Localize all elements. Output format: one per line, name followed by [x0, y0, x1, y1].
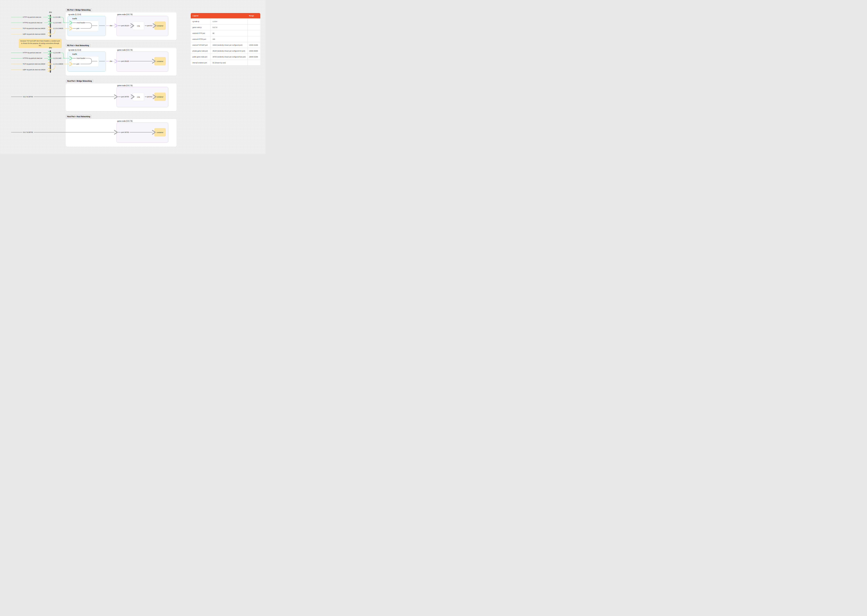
port-private-label-2: port 25120 — [121, 60, 129, 62]
legend-table: Legend Range rg node ip 1.2.3.4 game nod… — [191, 13, 260, 66]
dns-output-https-1: 1.2.3.4:443 — [53, 22, 61, 24]
note-box: because TCP and UDP don’t have headers, … — [19, 39, 61, 48]
row-value: 1.2.3.4 — [210, 19, 248, 24]
row-value: 81 (chosen by user) — [210, 60, 248, 66]
row-label: public game node port — [191, 56, 210, 58]
row-label: internal container port — [191, 62, 210, 64]
rg-node-label-2: rg node (1.2.3.4) — [69, 49, 81, 51]
dns-label-1: dns — [47, 11, 54, 13]
table-row: private game node port 25120 (randomly c… — [191, 48, 260, 54]
dns-label-2: dns — [47, 47, 54, 49]
container-label: container — [157, 131, 163, 133]
row-value: 24633 (randomly chosen per configured po… — [210, 42, 248, 48]
dns-output-tcpudp-1: 1.2.3.4:24633 — [53, 27, 63, 30]
table-row: game node ip 5.6.7.8 — [191, 24, 260, 30]
legend-header-cell — [210, 13, 248, 18]
dns-input-tcp-2: TCP my-port.dc.rivet.run:24633 — [23, 63, 45, 65]
diagram-canvas: because TCP and UDP don’t have headers, … — [0, 0, 265, 154]
row-label: external HTTPS port — [191, 38, 210, 40]
host-header-label-2: Host header — [77, 57, 85, 59]
row-range: 26000-31999 — [248, 54, 260, 60]
container-label: container — [157, 60, 163, 62]
table-row: external HTTP port 80 — [191, 30, 260, 36]
dns-output-http-2: 1.2.3.4:80 — [53, 52, 60, 54]
cni-label: CNI — [137, 25, 140, 27]
rg-node-label-1: rg node (1.2.3.4) — [69, 14, 81, 16]
container-box-3: container — [154, 93, 166, 101]
traefik-label-1: traefik — [72, 18, 77, 20]
section-title-host-bridge: Host Port + Bridge Networking — [66, 79, 93, 83]
row-value: 80 — [210, 30, 248, 36]
dns-input-https-2: HTTPS my-port.dc.rivet.run — [23, 57, 42, 59]
dns-bar-1 — [50, 15, 51, 37]
dns-output-https-2: 1.2.3.4:443 — [53, 57, 61, 59]
cni-box-3: CNI — [133, 93, 144, 101]
table-row: external TCP/UDP port 24633 (randomly ch… — [191, 42, 260, 48]
dns-input-udp-2: UDP my-port.dc.rivet.run:24633 — [23, 69, 45, 71]
dns-input-udp-1: UDP my-port.dc.rivet.run:24633 — [23, 33, 45, 35]
row-label: private game node port — [191, 50, 210, 52]
port-internal-label-1: port 81 — [147, 25, 152, 27]
row-value: 5.6.7.8 — [210, 24, 248, 30]
row-label: rg node ip — [191, 20, 210, 22]
port-label-2: port — [77, 63, 79, 65]
host-header-label-1: Host header — [77, 22, 85, 24]
port-label-1: port — [77, 27, 79, 30]
container-label: container — [157, 96, 163, 98]
cni-box-1: CNI — [133, 22, 144, 30]
port-private-label-1: port 25120 — [121, 25, 129, 27]
container-box-1: container — [154, 22, 166, 30]
row-value: 30703 (randomly chosen per configured ho… — [210, 54, 248, 60]
dns-connectors-1 — [11, 17, 70, 34]
section-title-rg-host: RG Port + Host Networking — [66, 44, 91, 47]
table-row: external HTTPS port 443 — [191, 36, 260, 42]
legend-header-cell: Legend — [191, 15, 210, 17]
dns-input-tcp-1: TCP my-port.dc.rivet.run:24633 — [23, 27, 45, 30]
vlan-label-1: vlan — [107, 25, 115, 27]
section-title-rg-bridge: RG Port + Bridge Networking — [66, 8, 92, 12]
container-box-4: container — [154, 128, 166, 137]
row-range — [248, 30, 260, 36]
port-public-label-3: port 30703 — [121, 96, 129, 98]
row-range: 20000-25999 — [248, 48, 260, 54]
table-row: rg node ip 1.2.3.4 — [191, 18, 260, 24]
row-range: 20000-31999 — [248, 42, 260, 48]
dns-input-http-1: HTTP my-port.dc.rivet.run — [23, 16, 41, 18]
game-node-label-2: game node (5.6.7.8) — [117, 49, 132, 51]
legend-table-header: Legend Range — [191, 13, 260, 18]
game-node-label-1: game node (5.6.7.8) — [117, 14, 132, 16]
container-label: container — [157, 25, 163, 27]
row-value: 443 — [210, 36, 248, 42]
table-row: public game node port 30703 (randomly ch… — [191, 54, 260, 60]
host-address-label-4: 5.6.7.8:30703 — [23, 131, 33, 133]
row-range — [248, 24, 260, 30]
game-node-label-4: game node (5.6.7.8) — [117, 120, 132, 122]
port-internal-label-3: port 81 — [147, 96, 152, 98]
game-node-label-3: game node (5.6.7.8) — [117, 85, 132, 87]
row-range — [248, 60, 260, 66]
row-label: game node ip — [191, 27, 210, 28]
host-address-label-3: 5.6.7.8:30703 — [23, 96, 33, 98]
row-label: external HTTP port — [191, 32, 210, 34]
table-row: internal container port 81 (chosen by us… — [191, 60, 260, 66]
row-range — [248, 36, 260, 42]
port-public-label-4: port 30703 — [121, 131, 129, 133]
dns-bar-2 — [50, 50, 51, 73]
row-value: 25120 (randomly chosen per configured GG… — [210, 48, 248, 54]
dns-input-https-1: HTTPS my-port.dc.rivet.run — [23, 22, 42, 24]
traefik-label-2: traefik — [72, 53, 77, 55]
dns-output-http-1: 1.2.3.4:80 — [53, 16, 60, 18]
vlan-label-2: vlan — [107, 60, 115, 62]
cni-label: CNI — [137, 96, 140, 98]
row-label: external TCP/UDP port — [191, 44, 210, 46]
legend-header-cell: Range — [248, 13, 260, 18]
row-range — [248, 19, 260, 24]
container-box-2: container — [154, 57, 166, 65]
dns-connectors-2 — [11, 53, 70, 70]
dns-output-tcpudp-2: 1.2.3.4:24633 — [53, 63, 63, 65]
dns-input-http-2: HTTP my-port.dc.rivet.run — [23, 52, 41, 54]
section-title-host-host: Host Port + Host Networking — [66, 115, 92, 118]
